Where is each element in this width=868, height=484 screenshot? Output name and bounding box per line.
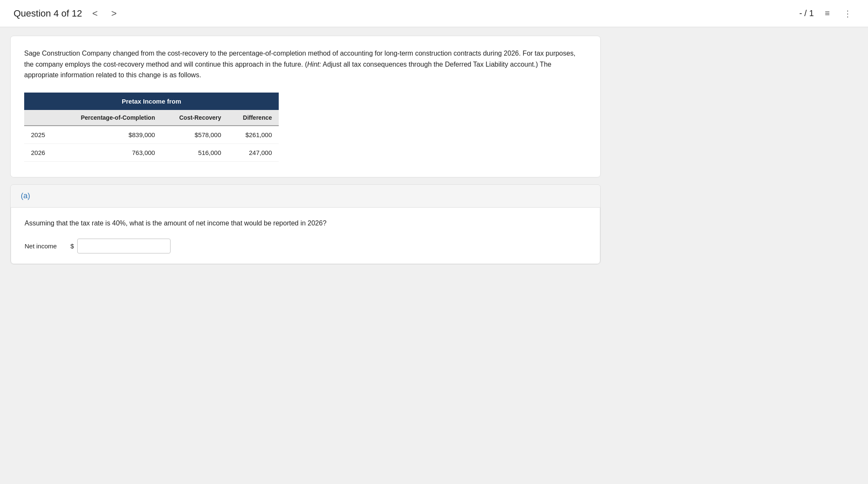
row-2026-diff: 247,000 [228, 144, 279, 161]
header-right: - / 1 ≡ ⋮ [799, 7, 854, 20]
table-main-header-row: Pretax Income from [24, 93, 279, 110]
col-header-cost: Cost-Recovery [162, 110, 228, 126]
row-2026-pct: 763,000 [57, 144, 162, 161]
score-display: - / 1 [799, 8, 814, 18]
net-income-input[interactable] [77, 239, 171, 253]
row-2026-year: 2026 [24, 144, 57, 161]
more-options-button[interactable]: ⋮ [841, 7, 854, 20]
row-2025-cost: $578,000 [162, 126, 228, 144]
question-title: Question 4 of 12 [14, 8, 82, 19]
net-income-input-row: Net income $ [25, 239, 586, 253]
col-header-year [24, 110, 57, 126]
row-2025-diff: $261,000 [228, 126, 279, 144]
table-row: 2025 $839,000 $578,000 $261,000 [24, 126, 279, 144]
dollar-sign: $ [70, 242, 74, 250]
table-main-header: Pretax Income from [24, 93, 279, 110]
table-row: 2026 763,000 516,000 247,000 [24, 144, 279, 161]
row-2025-year: 2025 [24, 126, 57, 144]
main-content: Sage Construction Company changed from t… [0, 27, 611, 275]
part-a-section: (a) Assuming that the tax rate is 40%, w… [10, 184, 601, 265]
prev-button[interactable]: < [89, 6, 101, 21]
question-card: Sage Construction Company changed from t… [10, 36, 601, 177]
row-2026-cost: 516,000 [162, 144, 228, 161]
next-button[interactable]: > [108, 6, 120, 21]
header: Question 4 of 12 < > - / 1 ≡ ⋮ [0, 0, 868, 27]
row-2025-pct: $839,000 [57, 126, 162, 144]
question-body-text: Sage Construction Company changed from t… [24, 48, 587, 81]
part-a-label: (a) [11, 185, 600, 207]
col-header-pct: Percentage-of-Completion [57, 110, 162, 126]
table-subheader-row: Percentage-of-Completion Cost-Recovery D… [24, 110, 279, 126]
net-income-label: Net income [25, 242, 67, 250]
col-header-diff: Difference [228, 110, 279, 126]
header-left: Question 4 of 12 < > [14, 6, 120, 21]
part-a-question-card: Assuming that the tax rate is 40%, what … [11, 207, 600, 265]
list-icon-button[interactable]: ≡ [822, 7, 832, 20]
data-table: Pretax Income from Percentage-of-Complet… [24, 93, 279, 162]
part-a-question-text: Assuming that the tax rate is 40%, what … [25, 218, 586, 229]
